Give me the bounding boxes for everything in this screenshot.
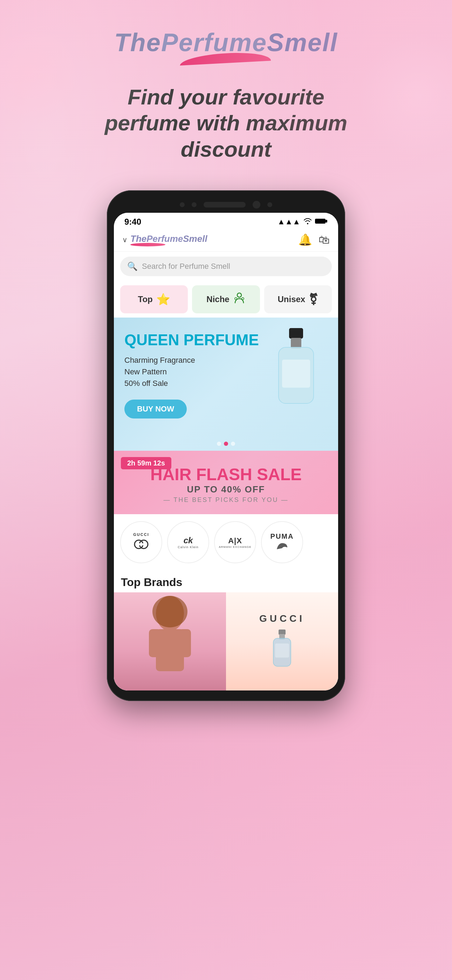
brand-calvin-klein[interactable]: ck Calvin Klein	[167, 521, 209, 563]
flash-sale-banner: 2h 59m 12s HAIR FLASH SALE UP TO 40% OFF…	[114, 451, 338, 514]
category-tabs: Top ⭐ Niche	[114, 281, 338, 318]
calvin-klein-label: Calvin Klein	[178, 546, 199, 549]
buy-now-button[interactable]: BUY NOW	[124, 399, 187, 418]
phone-dot-2	[192, 202, 197, 207]
search-bar[interactable]: 🔍 Search for Perfume Smell	[120, 256, 332, 276]
phone-dot-3	[267, 202, 272, 207]
armani-exchange-label: ARMANI EXCHANGE	[219, 546, 251, 549]
product-card-right[interactable]: GUCCI	[226, 592, 338, 690]
tab-niche-label: Niche	[206, 294, 229, 304]
perfume-bottle-product	[268, 628, 296, 670]
right-product-image: GUCCI	[226, 592, 338, 690]
tagline: Find your favourite perfume with maximum…	[68, 84, 384, 162]
tab-top[interactable]: Top ⭐	[120, 285, 188, 313]
dot-3[interactable]	[231, 442, 235, 446]
svg-rect-23	[275, 644, 289, 657]
ck-content: ck Calvin Klein	[178, 536, 199, 549]
promo-banner: QUEEN PERFUME Charming Fragrance New Pat…	[114, 318, 338, 451]
app-header-right: 🔔 🛍	[298, 233, 330, 247]
phone-dot-1	[180, 202, 185, 207]
banner-dots	[217, 442, 235, 446]
brand-puma[interactable]: PUMA	[261, 521, 303, 563]
flash-sale-title: HAIR FLASH SALE	[150, 465, 302, 484]
countdown-timer: 2h 59m 12s	[121, 457, 171, 469]
app-logo-small: ThePerfumeSmell	[131, 234, 207, 244]
puma-label: PUMA	[271, 532, 294, 541]
puma-icon	[275, 541, 289, 551]
brand-armani-exchange[interactable]: A|X ARMANI EXCHANGE	[214, 521, 256, 563]
tab-unisex-label: Unisex	[277, 294, 305, 304]
shopping-bag-icon[interactable]: 🛍	[318, 234, 330, 247]
search-container: 🔍 Search for Perfume Smell	[114, 252, 338, 281]
svg-rect-7	[289, 328, 303, 339]
gucci-label: GUCCI	[132, 532, 150, 537]
app-header-left: ∨ ThePerfumeSmell	[122, 234, 207, 247]
tab-unisex[interactable]: Unisex ⚧	[264, 285, 332, 313]
product-grid: GUCCI	[114, 592, 338, 690]
app-logo-container: ThePerfumeSmell	[131, 234, 207, 247]
banner-line1: Charming Fragrance	[124, 356, 195, 364]
tab-niche[interactable]: Niche	[192, 285, 259, 313]
signal-icon: ▲▲▲	[277, 217, 300, 226]
svg-rect-18	[149, 629, 161, 657]
status-bar: 9:40 ▲▲▲	[114, 213, 338, 229]
phone-mockup: 9:40 ▲▲▲	[107, 190, 345, 701]
gucci-product-label: GUCCI	[259, 613, 305, 624]
svg-point-5	[235, 298, 237, 300]
phone-top-bar	[114, 201, 338, 208]
gender-icon: ⚧	[309, 293, 318, 306]
status-time: 9:40	[124, 217, 141, 227]
phone-wrapper: 9:40 ▲▲▲	[0, 190, 452, 701]
banner-line2: New Pattern	[124, 368, 167, 376]
svg-point-4	[237, 293, 242, 297]
chevron-down-icon[interactable]: ∨	[122, 235, 127, 244]
dot-1[interactable]	[217, 442, 221, 446]
banner-line3: 50% off Sale	[124, 379, 168, 388]
flash-discount: UP TO 40% OFF	[187, 484, 265, 495]
left-product-image	[114, 592, 226, 690]
svg-rect-8	[291, 338, 301, 348]
status-icons: ▲▲▲	[277, 217, 328, 226]
search-icon: 🔍	[127, 261, 138, 271]
brand-gucci[interactable]: GUCCI	[120, 521, 162, 563]
svg-rect-3	[316, 220, 325, 223]
product-card-left[interactable]	[114, 592, 226, 690]
star-icon: ⭐	[156, 293, 170, 306]
person-left-silhouette	[142, 592, 198, 690]
flash-subtitle: — THE BEST PICKS FOR YOU —	[163, 496, 288, 504]
wifi-icon	[304, 217, 312, 226]
notification-bell-icon[interactable]: 🔔	[298, 233, 312, 247]
phone-front-camera	[253, 201, 260, 208]
dot-2-active[interactable]	[224, 442, 228, 446]
svg-point-6	[242, 298, 244, 300]
svg-rect-1	[326, 220, 327, 223]
app-header: ∨ ThePerfumeSmell 🔔 🛍	[114, 229, 338, 252]
ax-label: A|X	[219, 536, 251, 546]
top-brands-heading: Top Brands	[114, 570, 338, 592]
gucci-symbol	[132, 537, 150, 550]
ax-content: A|X ARMANI EXCHANGE	[219, 536, 251, 549]
phone-speaker	[204, 202, 246, 207]
puma-content: PUMA	[271, 532, 294, 552]
brand-logo: ThePerfumeSmell	[114, 28, 338, 63]
ck-label: ck	[178, 536, 199, 546]
svg-rect-10	[282, 360, 310, 388]
battery-icon	[315, 217, 328, 226]
person-icon	[233, 292, 246, 307]
app-logo-swoosh	[130, 243, 166, 247]
search-placeholder-text: Search for Perfume Smell	[142, 262, 230, 271]
svg-point-16	[153, 596, 188, 627]
perfume-bottle-illustration	[261, 325, 331, 430]
brands-row: GUCCI ck Calvin	[114, 514, 338, 570]
tab-top-label: Top	[138, 294, 153, 304]
phone-screen: 9:40 ▲▲▲	[114, 213, 338, 690]
svg-rect-20	[279, 630, 286, 635]
svg-rect-19	[179, 629, 191, 657]
logo-text: ThePerfumeSmell	[114, 28, 338, 57]
